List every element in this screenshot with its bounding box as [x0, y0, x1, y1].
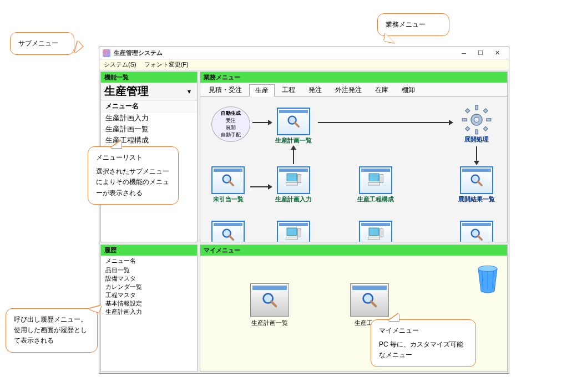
svg-rect-6: [487, 119, 491, 121]
window-controls: ─ ☐ ✕: [456, 48, 505, 58]
submenu-item[interactable]: 生産計画一覧: [101, 124, 197, 135]
history-panel: 履歴 メニュー名 品目一覧 設備マスタ カレンダ一覧 工程マスタ 基本情報設定 …: [100, 245, 198, 372]
panel-header-biz: 業務メニュー: [200, 72, 507, 83]
menubar: システム(S) フォント変更(F): [99, 59, 509, 70]
flow-node-plan-list[interactable]: 生産計画一覧: [271, 108, 316, 145]
tab-inventory[interactable]: 棚卸: [396, 84, 421, 96]
svg-line-21: [478, 181, 482, 185]
panel-header-my: マイメニュー: [200, 245, 507, 256]
callout-menulist: メニューリスト 選択されたサブメニューによりその機能のメニューが表示される: [88, 146, 179, 205]
arrow-icon: [476, 146, 477, 162]
gear-icon: [461, 104, 492, 135]
tab-process[interactable]: 工程: [276, 84, 301, 96]
svg-rect-18: [380, 175, 383, 183]
my-item-label: 生産計画一覧: [245, 319, 295, 327]
flow-node-partial[interactable]: [271, 221, 316, 242]
minimize-button[interactable]: ─: [456, 48, 472, 58]
computer-icon: [277, 221, 310, 242]
list-search-icon: [460, 221, 493, 242]
menu-font[interactable]: フォント変更(F): [144, 60, 189, 69]
computer-icon: [277, 166, 310, 194]
tab-outsourcing[interactable]: 外注発注: [329, 84, 368, 96]
history-item[interactable]: 品目一覧: [101, 266, 197, 274]
tab-stock[interactable]: 在庫: [369, 84, 394, 96]
flow-node-process[interactable]: 生産工程構成: [353, 166, 398, 203]
chevron-down-icon[interactable]: ▾: [185, 88, 194, 95]
svg-rect-24: [287, 228, 297, 236]
tab-production[interactable]: 生産: [249, 84, 275, 96]
trash-icon[interactable]: [473, 260, 503, 293]
svg-line-33: [271, 302, 276, 307]
flow-node-partial[interactable]: [454, 221, 499, 242]
history-item[interactable]: カレンダ一覧: [101, 283, 197, 291]
history-item[interactable]: 工程マスタ: [101, 291, 197, 299]
menu-system[interactable]: システム(S): [104, 60, 136, 69]
computer-icon: [359, 166, 392, 194]
svg-rect-16: [286, 183, 298, 186]
svg-point-36: [478, 266, 497, 271]
business-tabs: 見積・受注 生産 工程 発注 外注発注 在庫 棚卸: [200, 83, 507, 96]
maximize-button[interactable]: ☐: [472, 48, 489, 58]
svg-rect-17: [369, 174, 379, 181]
svg-rect-19: [368, 183, 380, 186]
arrow-icon: [252, 122, 269, 123]
flow-node-partial[interactable]: [206, 221, 250, 242]
svg-rect-28: [380, 229, 383, 237]
history-col-header: メニュー名: [101, 256, 197, 266]
business-menu-panel: 業務メニュー 見積・受注 生産 工程 発注 外注発注 在庫 棚卸 自動生成 受注…: [200, 72, 508, 242]
history-item[interactable]: 基本情報設定: [101, 299, 197, 308]
svg-rect-25: [298, 229, 301, 237]
titlebar: 生産管理システム ─ ☐ ✕: [99, 47, 509, 59]
svg-line-31: [478, 236, 482, 240]
list-search-icon: [350, 283, 389, 317]
my-menu-item[interactable]: 生産計画一覧: [245, 283, 295, 327]
svg-rect-29: [368, 237, 380, 240]
list-search-icon: [460, 166, 493, 194]
panel-header-history: 履歴: [101, 245, 197, 256]
window-title: 生産管理システム: [114, 49, 456, 57]
svg-line-35: [371, 302, 376, 307]
arrow-icon: [250, 186, 269, 187]
callout-bizmenu: 業務メニュー: [377, 13, 449, 36]
svg-rect-9: [465, 126, 470, 131]
arrow-icon: [318, 122, 450, 123]
auto-gen-title: 自動生成: [221, 110, 241, 117]
list-search-icon: [211, 166, 245, 194]
svg-rect-4: [475, 130, 478, 134]
panel-header-func: 機能一覧: [101, 72, 197, 83]
svg-point-11: [474, 118, 479, 123]
submenu-col-header: メニュー名: [101, 100, 197, 113]
flow-node-deploy-result[interactable]: 展開結果一覧: [454, 166, 499, 203]
svg-rect-27: [369, 228, 379, 236]
function-title: 生産管理: [104, 84, 185, 99]
flow-node-unassigned[interactable]: 未引当一覧: [206, 166, 250, 203]
tab-quote-order[interactable]: 見積・受注: [203, 84, 248, 96]
history-item[interactable]: 設備マスタ: [101, 274, 197, 283]
submenu-item[interactable]: 生産計画入力: [101, 113, 197, 124]
svg-line-13: [229, 181, 233, 185]
svg-rect-8: [483, 109, 488, 113]
history-list: メニュー名 品目一覧 設備マスタ カレンダ一覧 工程マスタ 基本情報設定 生産計…: [101, 256, 197, 371]
auto-gen-line: 自動手配: [221, 131, 241, 139]
close-button[interactable]: ✕: [489, 48, 505, 58]
svg-rect-26: [286, 237, 298, 240]
computer-icon: [359, 221, 392, 242]
auto-gen-line: 展開: [226, 124, 236, 131]
callout-history: 呼び出し履歴メニュー。使用した画面が履歴として表示される: [6, 308, 98, 353]
list-search-icon: [250, 283, 289, 317]
flow-node-partial[interactable]: [353, 221, 398, 242]
flow-node-deploy[interactable]: 展開処理: [454, 104, 499, 144]
svg-rect-5: [462, 119, 467, 121]
svg-rect-15: [298, 175, 301, 183]
flow-node-plan-input[interactable]: 生産計画入力: [271, 166, 316, 203]
auto-gen-node: 自動生成 受注 展開 自動手配: [211, 106, 250, 142]
callout-mymenu: マイメニュー PC 毎に、カスタマイズ可能なメニュー: [371, 319, 476, 367]
tab-ordering[interactable]: 発注: [302, 84, 328, 96]
svg-rect-14: [287, 174, 297, 181]
svg-rect-3: [475, 105, 478, 110]
auto-gen-line: 受注: [226, 117, 236, 124]
app-icon: [103, 49, 110, 57]
business-flow-canvas: 自動生成 受注 展開 自動手配 生産計画一覧 展開処理: [200, 96, 507, 242]
callout-submenu: サブメニュー: [10, 32, 74, 55]
history-item[interactable]: 生産計画入力: [101, 308, 197, 316]
